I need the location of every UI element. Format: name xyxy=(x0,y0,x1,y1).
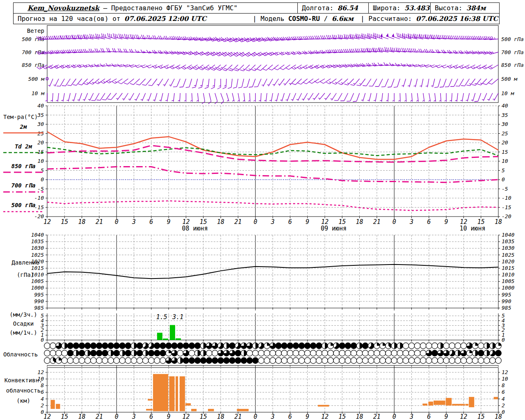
precip-bar xyxy=(176,338,181,340)
cloud-row-lower xyxy=(44,358,502,364)
x-hour-label-bottom: 21 xyxy=(234,413,242,420)
x-hour-label: 21 xyxy=(234,218,242,226)
precip-bar xyxy=(157,333,162,340)
temp-title: Тем-ра(°C) xyxy=(3,114,38,120)
x-hour-label-bottom: 18 xyxy=(78,413,86,420)
x-hour-label-bottom: 12 xyxy=(182,413,189,420)
y-tick-right: 15 xyxy=(502,149,508,155)
y-tick-right: 40 xyxy=(502,103,508,109)
y-tick-right: 0 xyxy=(502,409,505,415)
y-tick-right: 25 xyxy=(502,130,508,137)
precip-value-label: 1.5 xyxy=(156,313,167,321)
conv-cloud-bar xyxy=(494,397,498,399)
conv-cloud-bar xyxy=(153,374,168,411)
y-tick-left: 10 xyxy=(37,158,44,164)
y-tick-right: 35 xyxy=(501,112,508,118)
x-hour-label-bottom: 3 xyxy=(270,413,274,420)
x-hour-label-bottom: 21 xyxy=(96,413,103,420)
x-hour-label-bottom: 0 xyxy=(253,413,257,420)
conv-cloud-bar xyxy=(56,404,60,409)
conv-cloud-bar xyxy=(434,401,445,405)
y-tick-right: 12 xyxy=(502,369,508,375)
y-tick-left: -15 xyxy=(34,204,44,210)
y-tick-left: 35 xyxy=(37,112,44,118)
x-hour-label: 18 xyxy=(356,218,363,226)
y-tick-left: 1040 xyxy=(31,232,44,238)
x-hour-label-bottom: 3 xyxy=(132,413,136,420)
wind-level-label-right: 500 м xyxy=(501,76,518,82)
y-tick-left: 1000 xyxy=(31,285,44,291)
x-hour-label: 15 xyxy=(61,218,68,226)
conv-cloud-bar xyxy=(148,399,153,401)
cloud-row-middle xyxy=(44,350,502,356)
y-tick-right: -20 xyxy=(502,213,511,219)
x-date-label: 08 июня xyxy=(182,225,208,232)
y-tick-left: 4 xyxy=(41,396,44,402)
x-hour-label-bottom: 9 xyxy=(445,413,448,420)
y-tick-right: 985 xyxy=(502,305,511,311)
data-line xyxy=(47,201,498,210)
wind-barb-row xyxy=(46,91,499,104)
y-tick-left: 20 xyxy=(37,139,44,146)
wind-level-label-left: 500 м xyxy=(28,76,45,82)
y-tick-left: 1015 xyxy=(31,265,44,271)
y-tick-right: 1015 xyxy=(502,265,514,271)
y-tick-left: 1030 xyxy=(31,245,44,251)
meteogram-page: Kem_Novokuznetsk — Предоставлено ФГБУ "З… xyxy=(0,0,525,420)
wind-barb-row xyxy=(37,33,498,42)
legend-label: Td 2м xyxy=(15,143,32,150)
wind-level-label-left: 850 гПа xyxy=(22,62,44,68)
y-tick-left: 5 xyxy=(41,313,44,319)
x-hour-label-bottom: 6 xyxy=(288,413,292,420)
cloud-title: Облачность xyxy=(3,351,38,358)
x-hour-label-bottom: 12 xyxy=(321,413,329,420)
y-tick-right: 5 xyxy=(502,313,505,319)
x-hour-label: 6 xyxy=(427,218,431,226)
x-hour-label-bottom: 9 xyxy=(306,413,309,420)
legend-label: 850 гПа xyxy=(11,163,35,169)
y-tick-left: 985 xyxy=(34,305,44,311)
x-hour-label-bottom: 18 xyxy=(356,413,363,420)
conv-cloud-bar xyxy=(422,404,427,406)
y-tick-left: -20 xyxy=(34,213,44,219)
conv-cloud-bar xyxy=(185,403,191,406)
conv-cloud-bar xyxy=(50,400,55,409)
x-hour-label: 6 xyxy=(149,218,153,226)
x-hour-label: 0 xyxy=(393,218,396,226)
x-hour-label: 3 xyxy=(270,218,274,226)
wind-level-label-right: 500 гПа xyxy=(501,36,524,42)
precip-bar xyxy=(163,338,168,340)
y-tick-right: 8 xyxy=(502,382,505,388)
y-tick-left: 1025 xyxy=(31,252,44,258)
conv-cloud-bar xyxy=(469,397,474,407)
cloud-row-upper xyxy=(44,343,502,349)
pressure-unit: (гПа) xyxy=(17,272,34,278)
x-hour-label-bottom: 0 xyxy=(393,413,396,420)
y-tick-right: 4 xyxy=(502,396,505,402)
x-hour-label-bottom: 3 xyxy=(409,413,413,420)
x-hour-label-bottom: 15 xyxy=(61,413,68,420)
x-hour-label: 18 xyxy=(78,218,86,226)
conv-cloud-bar xyxy=(208,409,214,411)
wind-title: Ветер xyxy=(27,27,44,34)
x-hour-label-bottom: 6 xyxy=(149,413,153,420)
y-tick-right: 10 xyxy=(502,158,508,164)
y-tick-left: -10 xyxy=(34,195,44,201)
y-tick-right: 990 xyxy=(502,298,511,304)
y-tick-right: 6 xyxy=(502,389,505,395)
x-hour-label-bottom: 18 xyxy=(495,413,502,420)
wind-level-label-left: 700 гПа xyxy=(22,49,44,55)
y-tick-left: 0 xyxy=(41,176,44,183)
x-date-label: 09 июня xyxy=(321,225,347,232)
wind-barb-row xyxy=(37,62,498,72)
conv-cloud-bar xyxy=(428,402,433,406)
wind-level-label-right: 850 гПа xyxy=(501,62,524,68)
y-tick-left: 12 xyxy=(37,369,44,375)
legend-label: 500 гПа xyxy=(11,202,35,208)
y-tick-left: 6 xyxy=(41,389,44,395)
legend-label: 700 гПа xyxy=(11,182,35,189)
x-hour-label: 3 xyxy=(409,218,413,226)
x-hour-label-bottom: 15 xyxy=(477,413,485,420)
y-tick-right: 1005 xyxy=(502,278,514,284)
x-hour-label: 6 xyxy=(288,218,292,226)
